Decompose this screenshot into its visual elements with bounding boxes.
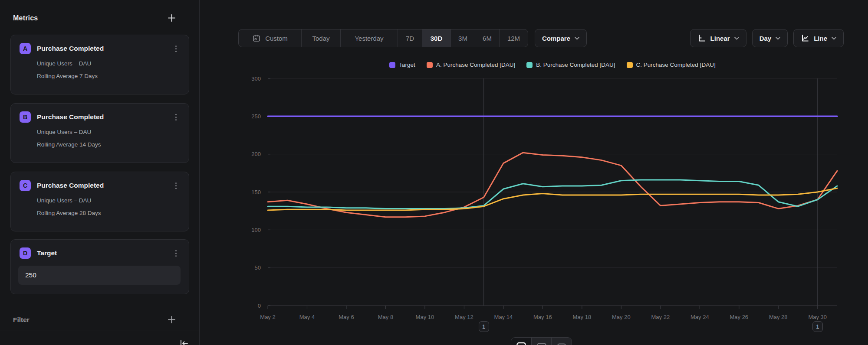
metric-measure: Unique Users – DAU: [37, 129, 181, 135]
svg-text:May 14: May 14: [494, 314, 513, 320]
svg-text:150: 150: [251, 189, 261, 195]
annotation-badge[interactable]: 1: [479, 321, 489, 332]
card-medium-icon: [536, 342, 547, 345]
metric-menu-button[interactable]: [171, 112, 181, 122]
metric-badge: C: [20, 180, 31, 191]
line-chart-icon: [801, 34, 809, 42]
card-size-toggle: [511, 337, 572, 345]
svg-text:100: 100: [251, 227, 261, 233]
range-yesterday[interactable]: Yesterday: [340, 29, 398, 47]
svg-text:50: 50: [255, 264, 261, 271]
chart-panel: Custom Today Yesterday 7D 30D 3M 6M 12M …: [200, 0, 868, 345]
svg-text:May 26: May 26: [730, 314, 748, 320]
filter-label: Filter: [13, 316, 30, 324]
metric-card-b[interactable]: B Purchase Completed Unique Users – DAU …: [10, 103, 189, 163]
metric-title: Purchase Completed: [37, 182, 171, 189]
metric-transform: Rolling Average 28 Days: [37, 210, 181, 216]
line-chart[interactable]: 050100150200250300May 2May 4May 6May 8Ma…: [200, 50, 868, 345]
metric-title: Purchase Completed: [37, 45, 171, 52]
svg-text:May 18: May 18: [573, 314, 592, 320]
metric-transform: Rolling Average 7 Days: [37, 73, 181, 79]
scale-button[interactable]: Linear: [690, 29, 746, 47]
collapse-sidebar-button[interactable]: [178, 338, 190, 345]
card-size-medium-button[interactable]: [531, 338, 552, 345]
range-12m[interactable]: 12M: [499, 29, 528, 47]
chart-type-button[interactable]: Line: [793, 29, 844, 47]
filter-section: Filter: [13, 315, 177, 325]
chevron-down-icon: [575, 37, 579, 40]
metric-measure: Unique Users – DAU: [37, 197, 181, 204]
card-small-icon: [556, 342, 567, 345]
svg-text:May 28: May 28: [769, 314, 788, 320]
metric-transform: Rolling Average 14 Days: [37, 141, 181, 148]
chart-options-group: Linear Day Line: [690, 29, 844, 47]
metric-card-c[interactable]: C Purchase Completed Unique Users – DAU …: [10, 172, 189, 231]
svg-text:200: 200: [251, 151, 261, 157]
chart-svg: 050100150200250300May 2May 4May 6May 8Ma…: [200, 50, 868, 345]
range-7d[interactable]: 7D: [398, 29, 422, 47]
target-menu-button[interactable]: [171, 248, 181, 258]
svg-text:May 12: May 12: [455, 314, 473, 320]
sidebar-footer: [0, 331, 199, 345]
svg-text:May 16: May 16: [533, 314, 552, 320]
kebab-vertical-icon: [175, 117, 177, 118]
svg-text:250: 250: [251, 113, 261, 120]
svg-text:May 8: May 8: [378, 314, 393, 320]
granularity-button[interactable]: Day: [752, 29, 788, 47]
sidebar-title: Metrics: [13, 14, 38, 22]
svg-text:300: 300: [251, 75, 261, 82]
svg-text:May 22: May 22: [651, 314, 670, 320]
dashboard: { "sidebar": { "title": "Metrics", "metr…: [0, 0, 868, 345]
plus-icon: [168, 316, 176, 324]
target-badge: D: [20, 247, 31, 259]
card-size-small-button[interactable]: [551, 338, 572, 345]
target-value-input[interactable]: [18, 266, 181, 285]
svg-text:0: 0: [258, 303, 261, 309]
metric-card-a[interactable]: A Purchase Completed Unique Users – DAU …: [10, 35, 189, 94]
chevron-down-icon: [776, 37, 780, 40]
metric-card-header: A Purchase Completed: [20, 43, 181, 54]
svg-text:May 30: May 30: [808, 314, 827, 320]
metrics-sidebar: Metrics A Purchase Completed Unique User…: [0, 0, 200, 345]
scale-label: Linear: [710, 35, 730, 42]
card-size-large-button[interactable]: [511, 338, 531, 345]
svg-text:May 6: May 6: [339, 314, 354, 320]
chevron-down-icon: [734, 37, 739, 40]
add-metric-button[interactable]: [167, 13, 177, 23]
kebab-vertical-icon: [175, 48, 177, 49]
range-30d[interactable]: 30D: [422, 29, 450, 47]
metric-card-header: B Purchase Completed: [20, 111, 181, 123]
metric-badge: A: [20, 43, 31, 54]
kebab-vertical-icon: [175, 253, 177, 254]
target-card-header: D Target: [20, 247, 181, 259]
svg-text:May 2: May 2: [260, 314, 275, 320]
axis-linear-icon: [697, 34, 706, 42]
metric-title: Purchase Completed: [37, 113, 171, 121]
svg-text:May 10: May 10: [416, 314, 434, 320]
metric-card-header: C Purchase Completed: [20, 180, 181, 191]
collapse-left-icon: [179, 339, 189, 345]
metric-menu-button[interactable]: [171, 43, 181, 54]
date-range-control: Custom Today Yesterday 7D 30D 3M 6M 12M: [238, 29, 528, 47]
range-3m[interactable]: 3M: [450, 29, 475, 47]
compare-label: Compare: [542, 35, 570, 42]
svg-text:May 20: May 20: [612, 314, 631, 320]
svg-text:May 24: May 24: [690, 314, 709, 320]
plus-icon: [168, 14, 176, 22]
metric-measure: Unique Users – DAU: [37, 60, 181, 67]
svg-text:May 4: May 4: [299, 314, 315, 320]
range-today[interactable]: Today: [301, 29, 340, 47]
add-filter-button[interactable]: [167, 315, 177, 325]
range-6m[interactable]: 6M: [475, 29, 499, 47]
card-large-icon: [516, 342, 526, 345]
annotation-badge[interactable]: 1: [812, 321, 823, 332]
compare-button[interactable]: Compare: [535, 29, 587, 47]
range-custom[interactable]: Custom: [239, 29, 301, 47]
kebab-vertical-icon: [175, 185, 177, 186]
chart-type-label: Line: [814, 35, 827, 42]
metric-menu-button[interactable]: [171, 180, 181, 191]
target-title: Target: [37, 249, 171, 257]
calendar-icon: [252, 34, 261, 42]
metric-badge: B: [20, 111, 31, 123]
target-card[interactable]: D Target: [10, 239, 189, 294]
